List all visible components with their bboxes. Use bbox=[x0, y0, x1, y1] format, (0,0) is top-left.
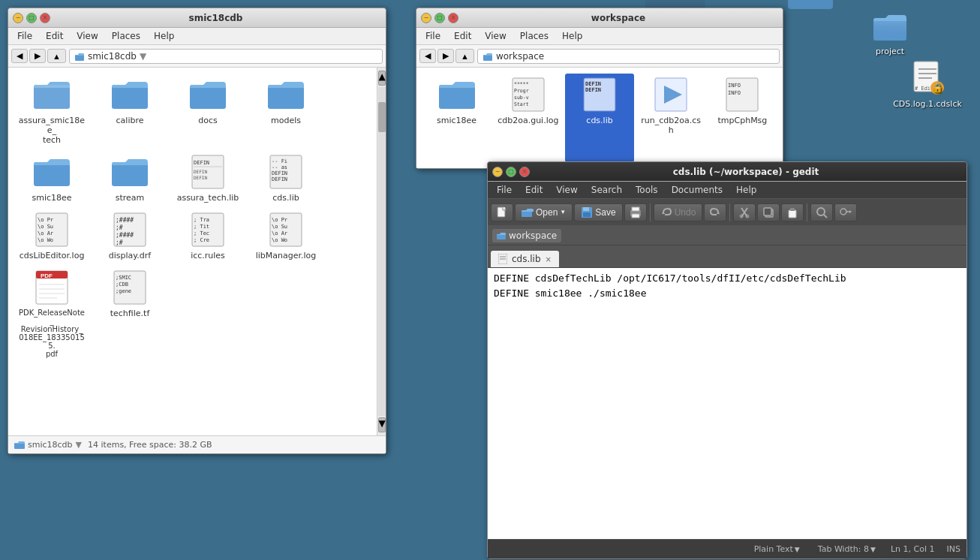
gedit-maximize-btn[interactable]: □ bbox=[506, 167, 516, 177]
gedit-menu-edit[interactable]: Edit bbox=[519, 183, 549, 197]
smic18cdb-item-cdslib-label: cds.lib bbox=[272, 193, 299, 203]
smic18cdb-scroll-down[interactable]: ▼ bbox=[378, 417, 386, 432]
svg-text:DEFIN: DEFIN bbox=[194, 175, 207, 180]
gedit-paste-btn[interactable] bbox=[781, 203, 804, 221]
smic18cdb-item-iccrules[interactable]: ; Tra ; Tit ; Tec ; Cre icc.rules bbox=[170, 209, 245, 263]
smic18cdb-status-location[interactable]: smic18cdb ▼ bbox=[14, 440, 82, 450]
workspace-up-btn[interactable]: ▲ bbox=[455, 49, 474, 63]
workspace-forward-btn[interactable]: ▶ bbox=[437, 49, 454, 63]
workspace-item-tmpcph[interactable]: INFO INFO tmpCphMsg bbox=[708, 74, 777, 162]
gedit-breadcrumb-workspace[interactable]: workspace bbox=[492, 229, 561, 242]
workspace-minimize-btn[interactable]: − bbox=[421, 13, 431, 23]
gedit-close-btn[interactable]: × bbox=[519, 167, 530, 177]
smic18cdb-item-libmanager[interactable]: \o Pr \o Su \o Ar \o Wo libManager.log bbox=[248, 209, 323, 263]
gedit-breadcrumb-workspace-label: workspace bbox=[509, 230, 557, 241]
smic18cdb-menu-view[interactable]: View bbox=[71, 29, 104, 43]
smic18cdb-scroll-track[interactable] bbox=[378, 87, 386, 416]
smic18cdb-scroll-up[interactable]: ▲ bbox=[378, 71, 386, 86]
svg-rect-58 bbox=[439, 85, 475, 109]
svg-rect-95 bbox=[497, 234, 506, 239]
smic18cdb-forward-btn[interactable]: ▶ bbox=[29, 49, 46, 63]
workspace-maximize-btn[interactable]: □ bbox=[434, 13, 445, 23]
smic18cdb-menu-places[interactable]: Places bbox=[106, 29, 146, 43]
smic18cdb-item-cdslib[interactable]: -- Fi -- as DEFIN DEFIN cds.lib bbox=[248, 151, 323, 206]
workspace-item-cdb2oa-label: cdb2oa.gui.log bbox=[498, 116, 558, 125]
gedit-save-btn[interactable]: Save bbox=[574, 203, 622, 221]
gedit-menu-view[interactable]: View bbox=[550, 183, 583, 197]
smic18cdb-menu-file[interactable]: File bbox=[11, 29, 38, 43]
smic18cdb-menu-edit[interactable]: Edit bbox=[40, 29, 69, 43]
gedit-menu-documents[interactable]: Documents bbox=[666, 183, 729, 197]
smic18cdb-scrollbar[interactable]: ▲ ▼ bbox=[377, 68, 386, 435]
workspace-close-btn[interactable]: × bbox=[448, 13, 458, 23]
gedit-language-dropdown[interactable]: Plain Text ▼ bbox=[751, 543, 803, 555]
gedit-undo-label: Undo bbox=[675, 207, 696, 218]
smic18cdb-back-btn[interactable]: ◀ bbox=[11, 49, 28, 63]
smic18cdb-location[interactable]: smic18cdb ▼ bbox=[69, 49, 383, 64]
smic18cdb-item-assura-lib[interactable]: DEFIN DEFIN DEFIN assura_tech.lib bbox=[170, 151, 245, 206]
smic18cdb-up-btn[interactable]: ▲ bbox=[47, 49, 66, 63]
smic18cdb-menu-help[interactable]: Help bbox=[148, 29, 180, 43]
gedit-copy-btn[interactable] bbox=[757, 203, 780, 221]
gedit-cut-btn[interactable] bbox=[733, 203, 756, 221]
gedit-redo-btn[interactable] bbox=[704, 203, 726, 221]
workspace-menu-view[interactable]: View bbox=[479, 29, 512, 43]
gedit-open-label: Open bbox=[536, 207, 558, 218]
gedit-position-label: Ln 1, Col 1 bbox=[891, 544, 935, 554]
desktop-icon-project[interactable]: project bbox=[860, 8, 920, 56]
smic18cdb-item-models[interactable]: models bbox=[248, 74, 323, 148]
smic18cdb-item-cdslibeditor[interactable]: \o Pr \o Su \o Ar \o Wo cdsLibEditor.log bbox=[14, 209, 89, 263]
gedit-win-controls[interactable]: − □ × bbox=[492, 167, 530, 177]
smic18cdb-location-arrow: ▼ bbox=[140, 51, 146, 62]
workspace-item-cdslib[interactable]: DEFIN DEFIN cds.lib bbox=[565, 74, 633, 162]
smic18cdb-minimize-btn[interactable]: − bbox=[13, 13, 23, 23]
gedit-replace-btn[interactable] bbox=[834, 203, 857, 221]
smic18cdb-item-display[interactable]: ;#### ;# ;#### ;# display.drf bbox=[92, 209, 167, 263]
smic18cdb-close-btn[interactable]: × bbox=[40, 13, 50, 23]
workspace-item-runcsh[interactable]: run_cdb2oa.csh bbox=[637, 74, 705, 162]
gedit-editor[interactable]: DEFINE cdsDefTechLib /opt/IC617/tools/df… bbox=[488, 268, 966, 539]
gedit-new-btn[interactable] bbox=[491, 203, 513, 221]
smic18cdb-item-smic18ee[interactable]: smic18ee bbox=[14, 151, 89, 206]
workspace-menu-places[interactable]: Places bbox=[514, 29, 555, 43]
svg-text:\o Wo: \o Wo bbox=[38, 237, 53, 243]
smic18cdb-item-assura[interactable]: assura_smic18ee_tech bbox=[14, 74, 89, 148]
workspace-menu-file[interactable]: File bbox=[419, 29, 446, 43]
gedit-find-btn[interactable] bbox=[810, 203, 833, 221]
workspace-back-btn[interactable]: ◀ bbox=[419, 49, 436, 63]
workspace-item-smic18ee[interactable]: smic18ee bbox=[422, 74, 491, 162]
smic18cdb-win-controls[interactable]: − □ × bbox=[13, 13, 50, 23]
gedit-undo-btn[interactable]: Undo bbox=[654, 203, 703, 221]
desktop-icon-cdslog[interactable]: # Edi 🔒 CDS.log.1.cdslck bbox=[890, 60, 965, 109]
gedit-tabwidth-dropdown[interactable]: Tab Width: 8 ▼ bbox=[815, 543, 879, 555]
gedit-tab-cdslib-close[interactable]: × bbox=[546, 255, 552, 263]
smic18cdb-item-pdk[interactable]: PDF PDK_ReleaseNote_RevisionHistory_018E… bbox=[14, 266, 89, 361]
gedit-tab-cdslib[interactable]: cds.lib × bbox=[491, 251, 559, 267]
workspace-location[interactable]: workspace bbox=[477, 49, 780, 64]
gedit-open-arrow[interactable]: ▼ bbox=[560, 209, 566, 215]
workspace-menu-edit[interactable]: Edit bbox=[448, 29, 477, 43]
gedit-menu-search[interactable]: Search bbox=[585, 183, 628, 197]
workspace-win-controls[interactable]: − □ × bbox=[421, 13, 458, 23]
gedit-language-arrow: ▼ bbox=[795, 546, 800, 553]
smic18cdb-item-techfile[interactable]: ;SMIC ;CDB ;gene techfile.tf bbox=[92, 266, 167, 361]
gedit-menu-help[interactable]: Help bbox=[730, 183, 762, 197]
gedit-menu-tools[interactable]: Tools bbox=[630, 183, 664, 197]
gedit-minimize-btn[interactable]: − bbox=[492, 167, 503, 177]
gedit-print-btn[interactable] bbox=[624, 203, 647, 221]
smic18cdb-item-docs[interactable]: docs bbox=[170, 74, 245, 148]
gedit-open-btn[interactable]: Open ▼ bbox=[515, 203, 573, 221]
gedit-statusbar: Plain Text ▼ Tab Width: 8 ▼ Ln 1, Col 1 … bbox=[488, 539, 966, 558]
desktop-icon-project-label: project bbox=[876, 47, 904, 56]
smic18cdb-maximize-btn[interactable]: □ bbox=[26, 13, 37, 23]
svg-text:; Tra: ; Tra bbox=[194, 217, 209, 223]
smic18cdb-scroll-thumb[interactable] bbox=[378, 102, 386, 132]
workspace-item-cdb2oa[interactable]: ***** Progr sub-v Start cdb2oa.gui.log bbox=[494, 74, 562, 162]
smic18cdb-item-calibre[interactable]: calibre bbox=[92, 74, 167, 148]
workspace-menu-help[interactable]: Help bbox=[556, 29, 588, 43]
gedit-menu-file[interactable]: File bbox=[491, 183, 518, 197]
smic18cdb-status-dropdown-arrow[interactable]: ▼ bbox=[76, 440, 82, 450]
smic18cdb-item-stream[interactable]: stream bbox=[92, 151, 167, 206]
gedit-sep1 bbox=[650, 203, 651, 221]
gedit-titlebar: − □ × cds.lib (~/workspace) - gedit bbox=[488, 162, 966, 182]
